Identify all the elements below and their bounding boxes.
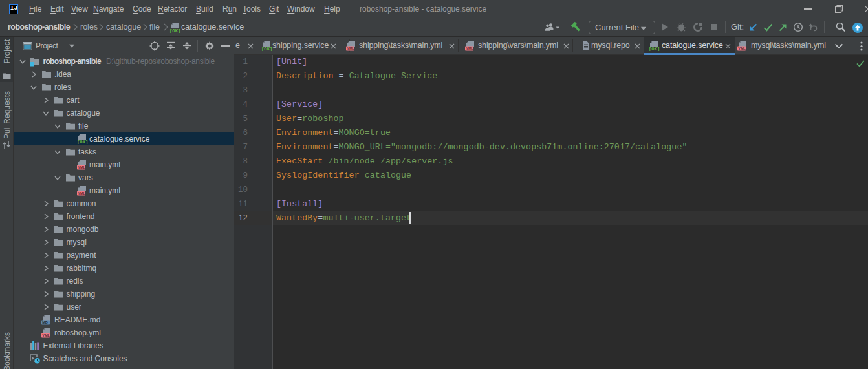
svg-text:[OK]: [OK] <box>261 47 272 51</box>
svg-text:MD: MD <box>42 321 48 324</box>
svg-text:YML: YML <box>466 47 473 50</box>
svg-text:[OK]: [OK] <box>77 140 88 144</box>
svg-text:YML: YML <box>78 191 85 195</box>
svg-text:YML: YML <box>42 333 50 337</box>
svg-text:[OK]: [OK] <box>649 47 660 51</box>
svg-text:YML: YML <box>78 165 85 169</box>
svg-text:[OK]: [OK] <box>169 28 180 33</box>
svg-text:YML: YML <box>738 47 746 50</box>
svg-text:YML: YML <box>347 47 354 50</box>
